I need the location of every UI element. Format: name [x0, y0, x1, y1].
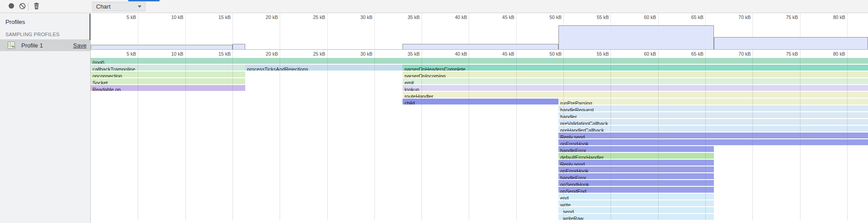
flame-bar-label: handleError	[558, 148, 586, 152]
profile-name: Profile 1	[21, 42, 43, 49]
flame-bar-label: Readable.on	[91, 87, 121, 91]
flame-bar[interactable]: _writeRaw	[558, 214, 714, 220]
flame-bar-label: handleError	[558, 175, 586, 179]
trash-icon	[33, 2, 40, 11]
flame-bar[interactable]: preValidationCallback	[558, 119, 868, 125]
flame-ruler-tick-label: 65 kB	[677, 51, 703, 57]
flame-ruler-tick-label: 20 kB	[252, 51, 278, 57]
flame-bar[interactable]: Reply.send	[558, 160, 714, 166]
overview-ruler-tick-label: 20 kB	[252, 14, 278, 20]
save-profile-link[interactable]: Save	[73, 42, 87, 49]
flame-bar[interactable]: lookup	[402, 85, 868, 91]
toolbar-separator	[28, 2, 29, 11]
flame-bar[interactable]: Readable.on	[91, 85, 245, 91]
flame-bar[interactable]: onSendEnd	[558, 187, 714, 193]
sidebar-title: Profiles	[5, 19, 25, 25]
overview-ruler-tick-label: 75 kB	[772, 14, 798, 20]
flame-ruler-tick-label: 50 kB	[535, 51, 562, 57]
flame-ruler-tick-label: 75 kB	[772, 51, 798, 57]
flame-bar[interactable]: onErrorHook	[558, 139, 868, 145]
flame-bar[interactable]: handleRequest	[558, 105, 868, 111]
profiler-toolbar: Chart	[0, 0, 868, 13]
overview-ruler-tick-label: 35 kB	[393, 14, 420, 20]
flame-bar[interactable]: preHandlerCallback	[558, 126, 868, 132]
flame-bar-label: Socket	[91, 80, 108, 84]
flame-bar-label: onconnection	[91, 73, 122, 77]
flame-bar[interactable]: Reply.send	[558, 133, 868, 138]
flame-bar-label: _writeRaw	[558, 216, 583, 220]
flame-bar-label: defaultErrorHandler	[558, 155, 604, 159]
flame-bar[interactable]: handler	[558, 112, 868, 118]
gridline	[374, 13, 375, 50]
flame-bar[interactable]: handleError	[558, 173, 714, 179]
flame-ruler-tick-label: 80 kB	[819, 51, 845, 57]
gridline	[374, 50, 375, 220]
flame-bar[interactable]: onconnection	[91, 71, 245, 77]
flame-bar[interactable]: parserOnIncoming	[402, 71, 868, 77]
gridline	[185, 50, 186, 220]
flame-bar-label: processTicksAndRejections	[245, 66, 308, 71]
sidebar-item-profile-1[interactable]: % Profile 1 Save	[0, 39, 90, 51]
flame-bar-label: preHandlerCallback	[558, 128, 604, 132]
flame-bar[interactable]: processTicksAndRejections	[245, 65, 402, 71]
overview-ruler-tick-label: 30 kB	[346, 14, 373, 20]
gridline	[752, 50, 753, 220]
flame-bar-label: routeHandler	[402, 94, 433, 98]
flame-bar[interactable]: Socket	[91, 78, 245, 84]
delete-profile-button[interactable]	[33, 3, 40, 10]
flame-ruler-tick-label: 40 kB	[441, 51, 467, 57]
flame-bar-label: handler	[558, 114, 577, 118]
profile-document-icon: %	[8, 42, 15, 49]
chart-view-select-value: Chart	[96, 3, 111, 10]
gridline	[233, 50, 233, 220]
flame-bar[interactable]: write_	[558, 200, 714, 206]
gridline	[847, 50, 848, 220]
overview-area-segment[interactable]	[714, 37, 868, 50]
flame-bar[interactable]: (root)	[91, 58, 868, 64]
flame-bar[interactable]: runPreParsing	[558, 99, 868, 104]
flame-ruler-tick-label: 60 kB	[630, 51, 656, 57]
flame-bar-label: Reply.send	[558, 161, 585, 166]
chart-area: 5 kB10 kB15 kB20 kB25 kB30 kB35 kB40 kB4…	[91, 13, 868, 223]
sampling-profiles-section-header: SAMPLING PROFILES	[5, 32, 59, 37]
flame-bar-label: lookup	[402, 87, 419, 91]
gridline	[185, 13, 186, 50]
flame-bar[interactable]: handleError	[558, 146, 714, 152]
gridline	[563, 50, 564, 220]
flame-bar[interactable]: routeHandler	[402, 92, 868, 98]
overview-ruler-tick-label: 50 kB	[535, 14, 562, 20]
flame-bar[interactable]: _send	[558, 207, 714, 213]
flame-bar[interactable]: end	[558, 194, 714, 199]
overview-scrollbar-thumb[interactable]	[89, 14, 91, 40]
overview-ruler-tick-label: 60 kB	[630, 14, 656, 20]
active-tab-indicator	[128, 0, 160, 1]
flame-ruler-tick-label: 35 kB	[393, 51, 420, 57]
overview-ruler-tick-label: 45 kB	[488, 14, 514, 20]
flame-bar[interactable]: onSendHook	[558, 180, 714, 186]
overview-ruler-tick-label: 65 kB	[677, 14, 703, 20]
flame-ruler-tick-label: 45 kB	[488, 51, 514, 57]
overview-ruler-tick-label: 40 kB	[441, 14, 467, 20]
overview-pane[interactable]: 5 kB10 kB15 kB20 kB25 kB30 kB35 kB40 kB4…	[91, 13, 868, 50]
chart-view-select[interactable]: Chart	[92, 2, 145, 11]
record-button[interactable]	[8, 3, 15, 10]
flame-bar[interactable]: onErrorHook	[558, 166, 714, 172]
gridline	[327, 13, 328, 50]
clear-profiles-button[interactable]	[19, 3, 26, 10]
flame-ruler-tick-label: 15 kB	[204, 51, 231, 57]
overview-area-segment[interactable]	[558, 25, 714, 50]
gridline	[138, 50, 138, 220]
flame-bar[interactable]: emit	[402, 78, 868, 84]
flame-bar-label: (root)	[91, 60, 104, 64]
flame-bar[interactable]: callbackTrampoline	[91, 65, 245, 71]
flame-bar-label: Reply.send	[558, 134, 585, 138]
gridline	[422, 50, 422, 220]
gridline	[280, 50, 280, 220]
overview-ruler-tick-label: 70 kB	[724, 14, 751, 20]
overview-bottom-border	[91, 49, 868, 50]
flame-ruler-tick-label: 5 kB	[110, 51, 136, 57]
flame-bar[interactable]: parserOnHeadersComplete	[402, 65, 868, 71]
flame-bar[interactable]: child	[402, 99, 558, 104]
flame-bar[interactable]: defaultErrorHandler	[558, 153, 714, 159]
gridline	[705, 50, 706, 220]
